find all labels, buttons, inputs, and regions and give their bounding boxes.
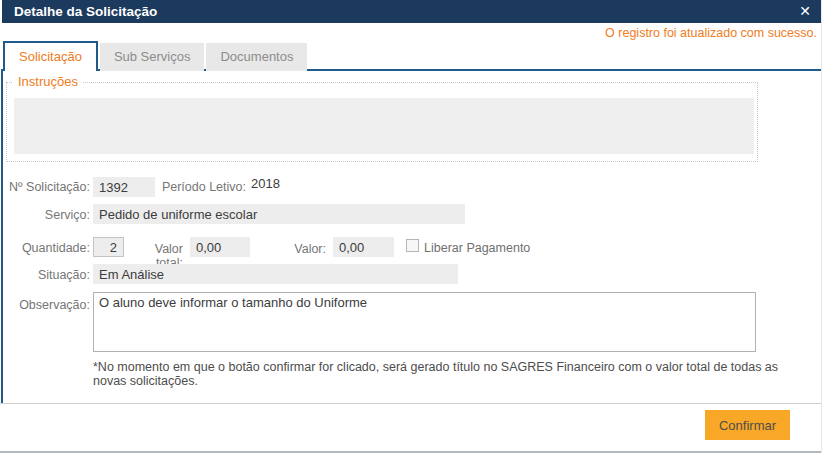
tab-documentos[interactable]: Documentos bbox=[206, 43, 307, 71]
valor-label: Valor: bbox=[270, 242, 326, 256]
observacao-field[interactable] bbox=[93, 292, 756, 352]
liberar-pagamento-checkbox[interactable] bbox=[406, 239, 419, 252]
liberar-pagamento-label: Liberar Pagamento bbox=[424, 241, 544, 255]
detail-dialog: Detalhe da Solicitação ✕ O registro foi … bbox=[0, 0, 822, 453]
observacao-label: Observação: bbox=[0, 298, 90, 312]
panel-left-border bbox=[1, 69, 3, 403]
tab-solicitacao[interactable]: Solicitação bbox=[3, 41, 98, 71]
valor-field[interactable] bbox=[333, 237, 394, 257]
tab-bar: Solicitação Sub Serviços Documentos bbox=[3, 41, 307, 71]
periodo-letivo-value: 2018 bbox=[251, 176, 280, 191]
servico-field[interactable] bbox=[93, 204, 465, 224]
dialog-titlebar: Detalhe da Solicitação ✕ bbox=[2, 0, 821, 23]
tab-sub-servicos[interactable]: Sub Serviços bbox=[100, 43, 205, 71]
situacao-field[interactable] bbox=[93, 264, 458, 284]
confirm-footnote: *No momento em que o botão confirmar for… bbox=[93, 360, 793, 388]
instructions-fieldset: Instruções bbox=[6, 82, 758, 162]
status-message: O registro foi atualizado com sucesso. bbox=[605, 26, 817, 40]
confirm-button[interactable]: Confirmar bbox=[705, 410, 790, 440]
situacao-label: Situação: bbox=[0, 268, 90, 282]
close-icon[interactable]: ✕ bbox=[799, 0, 811, 23]
valor-total-field[interactable] bbox=[190, 237, 250, 257]
quantidade-field[interactable] bbox=[93, 237, 124, 257]
servico-label: Serviço: bbox=[0, 208, 90, 222]
quantidade-label: Quantidade: bbox=[0, 241, 90, 255]
dialog-title: Detalhe da Solicitação bbox=[14, 4, 157, 19]
periodo-letivo-label: Período Letivo: bbox=[160, 180, 246, 194]
solicitacao-num-label: Nº Solicitação: bbox=[0, 180, 90, 194]
footer-divider bbox=[0, 403, 821, 404]
instructions-legend: Instruções bbox=[13, 74, 83, 89]
instructions-content bbox=[14, 98, 754, 154]
solicitacao-num-field[interactable] bbox=[93, 177, 155, 197]
